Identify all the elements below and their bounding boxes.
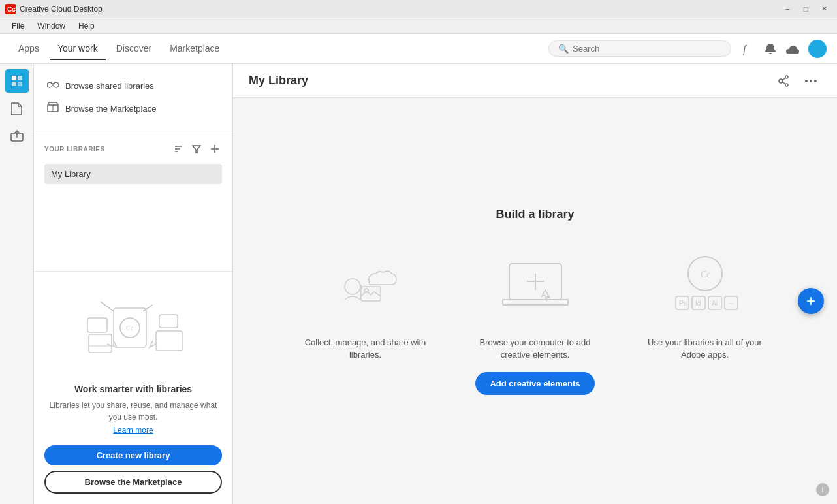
browse-marketplace-link[interactable]: Browse the Marketplace: [44, 97, 222, 120]
maximize-button[interactable]: □: [798, 3, 813, 15]
avatar[interactable]: [808, 40, 827, 58]
svg-line-34: [783, 82, 786, 84]
collect-icon: [326, 247, 405, 326]
build-option-collect: Collect, manage, and share with librarie…: [300, 247, 431, 372]
build-option-browse: Browse your computer to add creative ele…: [470, 247, 601, 395]
svg-rect-5: [12, 82, 16, 86]
minimize-button[interactable]: −: [780, 3, 795, 15]
cloud-icon[interactable]: [786, 42, 799, 55]
search-bar[interactable]: 🔍: [548, 40, 731, 57]
add-creative-elements-button[interactable]: Add creative elements: [475, 372, 594, 395]
topnav-right: f: [742, 40, 827, 58]
promo-text: Libraries let you share, reuse, and mana…: [44, 400, 222, 423]
more-options-button[interactable]: [800, 71, 821, 91]
library-actions: [171, 142, 222, 156]
svg-text:Cc: Cc: [701, 270, 711, 279]
notifications-icon[interactable]: [764, 42, 777, 55]
your-libraries-title: YOUR LIBRARIES: [44, 146, 105, 153]
close-button[interactable]: ✕: [816, 3, 832, 15]
your-libraries-section: YOUR LIBRARIES: [34, 131, 232, 195]
svg-text:f: f: [743, 44, 748, 55]
svg-point-32: [785, 84, 788, 86]
sidebar-icon-bar: [0, 64, 34, 504]
svg-text:Ai: Ai: [712, 300, 718, 307]
sort-button[interactable]: [171, 142, 185, 156]
top-navigation: Apps Your work Discover Marketplace 🔍 f: [0, 34, 837, 64]
titlebar: Cc Creative Cloud Desktop − □ ✕: [0, 0, 837, 18]
browse-computer-icon: [496, 247, 575, 326]
content-body: Build a library: [233, 98, 837, 504]
menu-file[interactable]: File: [5, 20, 31, 32]
tab-discover[interactable]: Discover: [108, 38, 159, 60]
main-layout: Browse shared libraries Browse the Marke…: [0, 64, 837, 504]
create-new-library-button[interactable]: Create new library: [44, 445, 222, 465]
sidebar: Browse shared libraries Browse the Marke…: [34, 64, 233, 504]
share-library-button[interactable]: [773, 71, 794, 91]
content-header-actions: [773, 71, 821, 91]
font-sync-icon[interactable]: f: [742, 42, 755, 55]
library-item-my-library[interactable]: My Library: [44, 164, 222, 184]
svg-text:Id: Id: [695, 300, 701, 307]
svg-text:···: ···: [728, 300, 733, 307]
filter-button[interactable]: [189, 142, 204, 156]
window-title: Creative Cloud Desktop: [20, 5, 780, 14]
store-icon: [47, 102, 59, 115]
fab-add-button[interactable]: +: [798, 288, 824, 314]
svg-text:Cc: Cc: [126, 324, 134, 332]
build-library-section: Build a library: [300, 208, 770, 395]
build-option-browse-text: Browse your computer to add creative ele…: [470, 336, 601, 362]
learn-more-link[interactable]: Learn more: [44, 426, 222, 435]
content-header: My Library: [233, 64, 837, 98]
build-options: Collect, manage, and share with librarie…: [300, 247, 770, 395]
menu-window[interactable]: Window: [31, 20, 72, 32]
adobe-apps-icon: Cc Ps Id Ai ···: [666, 247, 744, 326]
svg-point-40: [364, 289, 368, 292]
svg-point-38: [345, 279, 360, 294]
sidebar-share-icon[interactable]: [5, 124, 29, 148]
search-input[interactable]: [573, 44, 721, 54]
menu-help[interactable]: Help: [72, 20, 101, 32]
svg-text:Cc: Cc: [7, 6, 16, 13]
info-button[interactable]: i: [816, 483, 829, 496]
svg-point-36: [810, 80, 812, 82]
svg-point-31: [785, 76, 788, 78]
sidebar-files-icon[interactable]: [5, 97, 29, 120]
sidebar-libraries-icon[interactable]: [5, 69, 29, 93]
content-title: My Library: [249, 74, 308, 87]
promo-illustration: Cc: [74, 282, 192, 373]
sidebar-links: Browse shared libraries Browse the Marke…: [34, 64, 232, 131]
svg-text:Ps: Ps: [679, 300, 687, 307]
svg-line-33: [783, 78, 786, 80]
browse-marketplace-promo-button[interactable]: Browse the Marketplace: [44, 471, 222, 494]
svg-rect-23: [87, 318, 107, 332]
build-option-collect-text: Collect, manage, and share with librarie…: [300, 336, 431, 362]
svg-marker-16: [193, 146, 200, 153]
svg-rect-3: [12, 76, 16, 80]
svg-point-37: [814, 80, 817, 82]
your-libraries-header: YOUR LIBRARIES: [44, 142, 222, 156]
left-panel: Browse shared libraries Browse the Marke…: [0, 64, 233, 504]
svg-rect-4: [18, 76, 22, 80]
build-option-adobe-apps-text: Use your libraries in all of your Adobe …: [640, 336, 770, 362]
svg-point-30: [779, 79, 783, 83]
content-area: My Library Build a library: [233, 64, 837, 504]
svg-rect-25: [89, 334, 112, 353]
nav-tabs: Apps Your work Discover Marketplace: [10, 38, 548, 59]
tab-your-work[interactable]: Your work: [50, 38, 106, 60]
sidebar-promo: Cc Work smarter with libraries Libraries…: [34, 271, 232, 504]
svg-line-21: [101, 302, 114, 311]
browse-shared-libraries-label: Browse shared libraries: [65, 81, 154, 91]
search-icon: 🔍: [558, 44, 569, 54]
browse-marketplace-label: Browse the Marketplace: [65, 104, 156, 114]
build-library-title: Build a library: [300, 208, 770, 221]
sidebar-content: Browse shared libraries Browse the Marke…: [34, 64, 232, 504]
svg-rect-6: [18, 82, 22, 86]
promo-title: Work smarter with libraries: [44, 384, 222, 394]
browse-shared-libraries-link[interactable]: Browse shared libraries: [44, 74, 222, 97]
tab-apps[interactable]: Apps: [10, 38, 47, 60]
svg-point-35: [805, 80, 808, 82]
menubar: File Window Help: [0, 18, 837, 34]
add-library-button[interactable]: [208, 142, 222, 156]
tab-marketplace[interactable]: Marketplace: [162, 38, 227, 60]
svg-rect-24: [159, 315, 178, 328]
